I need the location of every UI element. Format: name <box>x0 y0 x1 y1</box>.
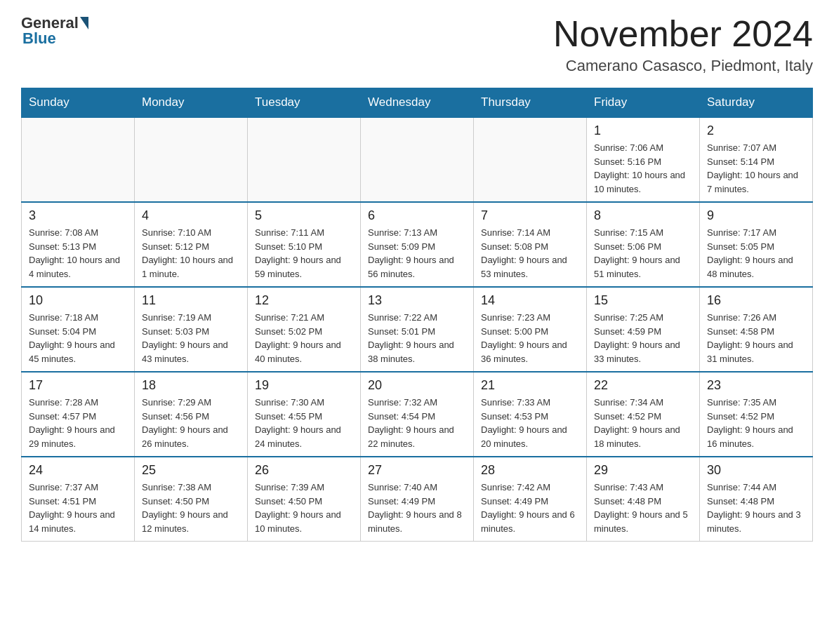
weekday-header-row: SundayMondayTuesdayWednesdayThursdayFrid… <box>22 88 813 118</box>
logo-blue-text: Blue <box>22 29 56 48</box>
day-info: Sunrise: 7:42 AM Sunset: 4:49 PM Dayligh… <box>481 481 579 535</box>
day-info: Sunrise: 7:06 AM Sunset: 5:16 PM Dayligh… <box>594 141 692 196</box>
day-info: Sunrise: 7:08 AM Sunset: 5:13 PM Dayligh… <box>29 226 127 281</box>
day-number: 30 <box>707 463 805 478</box>
day-info: Sunrise: 7:43 AM Sunset: 4:48 PM Dayligh… <box>594 481 692 535</box>
day-info: Sunrise: 7:14 AM Sunset: 5:08 PM Dayligh… <box>481 226 579 281</box>
calendar-cell: 16Sunrise: 7:26 AM Sunset: 4:58 PM Dayli… <box>700 287 813 372</box>
calendar-cell: 26Sunrise: 7:39 AM Sunset: 4:50 PM Dayli… <box>248 457 361 542</box>
calendar-table: SundayMondayTuesdayWednesdayThursdayFrid… <box>21 88 813 542</box>
day-info: Sunrise: 7:19 AM Sunset: 5:03 PM Dayligh… <box>142 311 240 365</box>
calendar-week-row: 3Sunrise: 7:08 AM Sunset: 5:13 PM Daylig… <box>22 202 813 287</box>
calendar-cell: 20Sunrise: 7:32 AM Sunset: 4:54 PM Dayli… <box>361 372 474 457</box>
calendar-cell: 29Sunrise: 7:43 AM Sunset: 4:48 PM Dayli… <box>587 457 700 542</box>
location-title: Camerano Casasco, Piedmont, Italy <box>553 57 813 75</box>
day-info: Sunrise: 7:07 AM Sunset: 5:14 PM Dayligh… <box>707 141 805 196</box>
day-info: Sunrise: 7:39 AM Sunset: 4:50 PM Dayligh… <box>255 481 353 535</box>
calendar-cell: 30Sunrise: 7:44 AM Sunset: 4:48 PM Dayli… <box>700 457 813 542</box>
day-number: 22 <box>594 378 692 393</box>
logo: General Blue <box>21 14 90 48</box>
day-info: Sunrise: 7:37 AM Sunset: 4:51 PM Dayligh… <box>29 481 127 535</box>
day-number: 21 <box>481 378 579 393</box>
day-info: Sunrise: 7:32 AM Sunset: 4:54 PM Dayligh… <box>368 396 466 450</box>
title-area: November 2024 Camerano Casasco, Piedmont… <box>553 14 813 75</box>
day-number: 14 <box>481 293 579 308</box>
calendar-cell: 10Sunrise: 7:18 AM Sunset: 5:04 PM Dayli… <box>22 287 135 372</box>
weekday-header-monday: Monday <box>135 88 248 118</box>
calendar-cell: 19Sunrise: 7:30 AM Sunset: 4:55 PM Dayli… <box>248 372 361 457</box>
day-info: Sunrise: 7:33 AM Sunset: 4:53 PM Dayligh… <box>481 396 579 450</box>
calendar-cell: 6Sunrise: 7:13 AM Sunset: 5:09 PM Daylig… <box>361 202 474 287</box>
day-number: 28 <box>481 463 579 478</box>
day-number: 9 <box>707 208 805 223</box>
calendar-cell: 21Sunrise: 7:33 AM Sunset: 4:53 PM Dayli… <box>474 372 587 457</box>
day-info: Sunrise: 7:26 AM Sunset: 4:58 PM Dayligh… <box>707 311 805 365</box>
day-number: 4 <box>142 208 240 223</box>
day-info: Sunrise: 7:17 AM Sunset: 5:05 PM Dayligh… <box>707 226 805 281</box>
day-number: 27 <box>368 463 466 478</box>
day-number: 19 <box>255 378 353 393</box>
calendar-cell: 25Sunrise: 7:38 AM Sunset: 4:50 PM Dayli… <box>135 457 248 542</box>
month-title: November 2024 <box>553 14 813 54</box>
calendar-cell: 13Sunrise: 7:22 AM Sunset: 5:01 PM Dayli… <box>361 287 474 372</box>
day-number: 6 <box>368 208 466 223</box>
day-info: Sunrise: 7:34 AM Sunset: 4:52 PM Dayligh… <box>594 396 692 450</box>
calendar-cell: 2Sunrise: 7:07 AM Sunset: 5:14 PM Daylig… <box>700 117 813 202</box>
calendar-cell: 15Sunrise: 7:25 AM Sunset: 4:59 PM Dayli… <box>587 287 700 372</box>
calendar-week-row: 24Sunrise: 7:37 AM Sunset: 4:51 PM Dayli… <box>22 457 813 542</box>
day-info: Sunrise: 7:13 AM Sunset: 5:09 PM Dayligh… <box>368 226 466 281</box>
day-number: 7 <box>481 208 579 223</box>
day-number: 17 <box>29 378 127 393</box>
day-number: 12 <box>255 293 353 308</box>
day-info: Sunrise: 7:15 AM Sunset: 5:06 PM Dayligh… <box>594 226 692 281</box>
day-number: 29 <box>594 463 692 478</box>
day-number: 20 <box>368 378 466 393</box>
day-info: Sunrise: 7:25 AM Sunset: 4:59 PM Dayligh… <box>594 311 692 365</box>
calendar-cell <box>474 117 587 202</box>
day-number: 1 <box>594 123 692 138</box>
calendar-cell: 5Sunrise: 7:11 AM Sunset: 5:10 PM Daylig… <box>248 202 361 287</box>
calendar-week-row: 10Sunrise: 7:18 AM Sunset: 5:04 PM Dayli… <box>22 287 813 372</box>
calendar-cell: 9Sunrise: 7:17 AM Sunset: 5:05 PM Daylig… <box>700 202 813 287</box>
day-number: 5 <box>255 208 353 223</box>
day-number: 3 <box>29 208 127 223</box>
calendar-cell: 18Sunrise: 7:29 AM Sunset: 4:56 PM Dayli… <box>135 372 248 457</box>
day-number: 16 <box>707 293 805 308</box>
day-number: 23 <box>707 378 805 393</box>
calendar-cell: 27Sunrise: 7:40 AM Sunset: 4:49 PM Dayli… <box>361 457 474 542</box>
calendar-cell: 4Sunrise: 7:10 AM Sunset: 5:12 PM Daylig… <box>135 202 248 287</box>
calendar-cell: 24Sunrise: 7:37 AM Sunset: 4:51 PM Dayli… <box>22 457 135 542</box>
weekday-header-tuesday: Tuesday <box>248 88 361 118</box>
calendar-cell: 17Sunrise: 7:28 AM Sunset: 4:57 PM Dayli… <box>22 372 135 457</box>
day-info: Sunrise: 7:29 AM Sunset: 4:56 PM Dayligh… <box>142 396 240 450</box>
logo-arrow-icon <box>80 17 88 29</box>
weekday-header-wednesday: Wednesday <box>361 88 474 118</box>
calendar-cell: 14Sunrise: 7:23 AM Sunset: 5:00 PM Dayli… <box>474 287 587 372</box>
day-info: Sunrise: 7:28 AM Sunset: 4:57 PM Dayligh… <box>29 396 127 450</box>
calendar-cell: 23Sunrise: 7:35 AM Sunset: 4:52 PM Dayli… <box>700 372 813 457</box>
day-number: 26 <box>255 463 353 478</box>
calendar-cell <box>22 117 135 202</box>
calendar-cell: 8Sunrise: 7:15 AM Sunset: 5:06 PM Daylig… <box>587 202 700 287</box>
day-info: Sunrise: 7:40 AM Sunset: 4:49 PM Dayligh… <box>368 481 466 535</box>
day-info: Sunrise: 7:44 AM Sunset: 4:48 PM Dayligh… <box>707 481 805 535</box>
day-info: Sunrise: 7:22 AM Sunset: 5:01 PM Dayligh… <box>368 311 466 365</box>
weekday-header-thursday: Thursday <box>474 88 587 118</box>
day-info: Sunrise: 7:38 AM Sunset: 4:50 PM Dayligh… <box>142 481 240 535</box>
day-number: 10 <box>29 293 127 308</box>
day-info: Sunrise: 7:10 AM Sunset: 5:12 PM Dayligh… <box>142 226 240 281</box>
day-number: 15 <box>594 293 692 308</box>
calendar-cell <box>135 117 248 202</box>
calendar-cell <box>361 117 474 202</box>
calendar-cell: 28Sunrise: 7:42 AM Sunset: 4:49 PM Dayli… <box>474 457 587 542</box>
weekday-header-saturday: Saturday <box>700 88 813 118</box>
day-info: Sunrise: 7:35 AM Sunset: 4:52 PM Dayligh… <box>707 396 805 450</box>
day-info: Sunrise: 7:23 AM Sunset: 5:00 PM Dayligh… <box>481 311 579 365</box>
calendar-week-row: 17Sunrise: 7:28 AM Sunset: 4:57 PM Dayli… <box>22 372 813 457</box>
day-number: 2 <box>707 123 805 138</box>
day-info: Sunrise: 7:18 AM Sunset: 5:04 PM Dayligh… <box>29 311 127 365</box>
day-info: Sunrise: 7:11 AM Sunset: 5:10 PM Dayligh… <box>255 226 353 281</box>
day-info: Sunrise: 7:30 AM Sunset: 4:55 PM Dayligh… <box>255 396 353 450</box>
day-number: 8 <box>594 208 692 223</box>
page-header: General Blue November 2024 Camerano Casa… <box>21 14 813 75</box>
